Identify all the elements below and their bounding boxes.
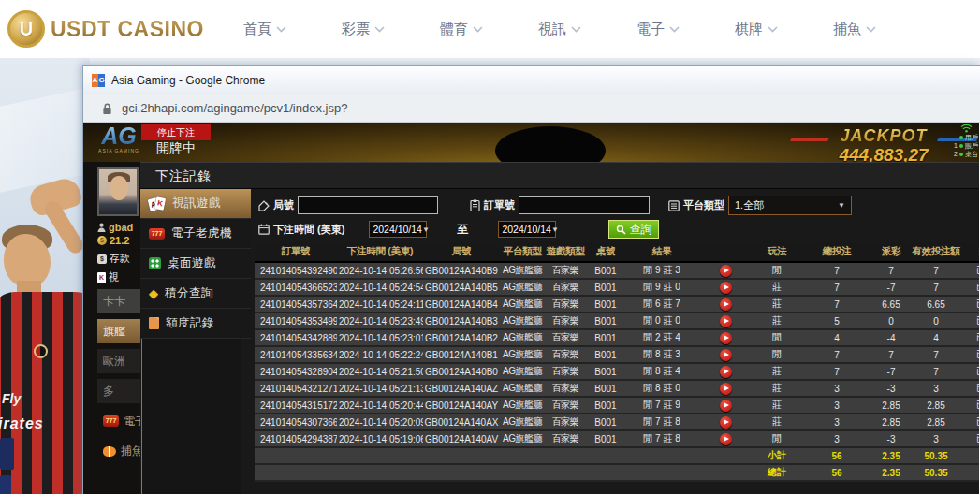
column-header: 派彩 xyxy=(872,242,910,262)
replay-button[interactable] xyxy=(720,416,732,429)
cell-round: GB00124A140AZ xyxy=(423,380,500,397)
cell-plat: AG旗艦廳 xyxy=(500,279,545,296)
cell-time: 2024-10-14 05:21:13 xyxy=(337,380,423,397)
side-row-label: 賬戶 xyxy=(965,141,978,150)
cell-game: 百家樂 xyxy=(545,262,586,279)
chevron-down-icon xyxy=(768,26,778,33)
replay-button[interactable] xyxy=(720,332,732,344)
records-main: 局號 訂單號 xyxy=(255,189,979,494)
bet-records-table: 訂單號下注時間 (美東)局號平台類型遊戲類型桌號結果玩法總投注派彩有效投注額狀態… xyxy=(255,242,979,482)
cell-round: GB00124A140AY xyxy=(423,397,500,414)
lobby-bar-4[interactable]: 多 xyxy=(97,379,141,403)
lobby-bar-1[interactable]: 卡卡 xyxy=(97,289,141,313)
cell-order: 241014054392490 xyxy=(255,262,337,279)
clipboard-icon xyxy=(470,199,480,211)
replay-button[interactable] xyxy=(720,298,732,311)
chrome-address-bar[interactable]: gci.2hhapi.com/agingame/pcv1/index.jsp? xyxy=(83,94,980,123)
cell-result: 閒 9 莊 3 xyxy=(625,262,698,279)
cell-status: 已結算 xyxy=(962,397,979,414)
cell-game: 百家樂 xyxy=(545,312,586,329)
coin-icon: $ xyxy=(97,236,107,245)
replay-button[interactable] xyxy=(720,400,732,412)
play-icon xyxy=(724,268,729,273)
lobby-bar-6[interactable]: 捕魚王 xyxy=(97,439,141,463)
dealing-status: 開牌中 xyxy=(141,140,211,157)
cell-bet: 4 xyxy=(801,329,872,346)
replay-button[interactable] xyxy=(720,315,732,327)
cell-result: 閒 0 莊 0 xyxy=(625,312,698,329)
cell-game xyxy=(545,464,586,481)
cell-table: B001 xyxy=(586,414,625,430)
playing-card-icon: K xyxy=(97,272,106,283)
cell-game: 百家樂 xyxy=(545,430,586,447)
cell-replay xyxy=(698,380,753,397)
chrome-window: AG Asia Gaming - Google Chrome gci.2hhap… xyxy=(82,65,980,494)
deposit-row[interactable]: $ 存款 xyxy=(97,252,130,266)
nav-item-3[interactable]: 體育 xyxy=(440,21,483,38)
date-from-picker[interactable]: 2024/10/14 ▼ xyxy=(369,221,427,238)
green-dot-icon xyxy=(959,136,963,139)
chrome-titlebar[interactable]: AG Asia Gaming - Google Chrome xyxy=(83,66,980,94)
cell-replay xyxy=(698,312,753,329)
ag-logo-text: AG xyxy=(95,124,142,148)
cell-bet: 7 xyxy=(801,346,872,363)
sidebar-item-video-games[interactable]: AK視訊遊戲 xyxy=(140,189,251,219)
cell-valid: 3 xyxy=(910,430,962,447)
replay-button[interactable] xyxy=(720,433,732,445)
slot-777-icon: 777 xyxy=(149,228,165,240)
sidebar-item-slots[interactable]: 777電子老虎機 xyxy=(140,219,251,249)
cell-result: 閒 8 莊 3 xyxy=(625,346,698,363)
lobby-bar-2[interactable]: 旗艦 xyxy=(97,319,141,343)
lobby-bar-3[interactable]: 歐洲 xyxy=(97,349,141,373)
nav-item-5[interactable]: 電子 xyxy=(636,21,680,38)
replay-button[interactable] xyxy=(720,349,732,361)
diamond-icon: ◆ xyxy=(149,287,158,299)
sidebar-item-points[interactable]: ◆積分查詢 xyxy=(140,279,251,309)
cell-game: 百家樂 xyxy=(545,346,586,363)
cell-play: 莊 xyxy=(753,279,801,296)
cell-game: 百家樂 xyxy=(545,279,586,296)
cell-result xyxy=(625,447,698,464)
site-logo[interactable]: U USDT CASINO xyxy=(7,10,204,48)
cell-plat: AG旗艦廳 xyxy=(500,380,545,397)
sidebar-item-label: 視訊遊戲 xyxy=(172,196,221,211)
cards-icon: AK xyxy=(149,196,166,211)
cell-table: B001 xyxy=(586,279,625,296)
nav-item-1[interactable]: 首頁 xyxy=(243,21,286,38)
date-from-value: 2024/10/14 xyxy=(373,224,422,235)
sidebar-item-table-games[interactable]: 桌面遊戲 xyxy=(140,249,251,279)
lobby-bar-5[interactable]: 777電子遊戲 xyxy=(97,409,141,433)
cell-order xyxy=(255,447,337,464)
sidebar-item-quota[interactable]: 額度記錄 xyxy=(140,309,251,339)
cell-payout: 0 xyxy=(872,312,910,329)
cell-result: 閒 7 莊 8 xyxy=(625,414,698,430)
cell-plat: AG旗艦廳 xyxy=(500,414,545,430)
nav-item-2[interactable]: 彩票 xyxy=(342,21,385,38)
cell-plat: AG旗艦廳 xyxy=(500,262,545,279)
replay-button[interactable] xyxy=(720,366,732,378)
cell-round: GB00124A140AX xyxy=(423,414,500,430)
cell-replay xyxy=(698,329,753,346)
replay-button[interactable] xyxy=(720,383,732,395)
nav-item-4[interactable]: 視訊 xyxy=(538,21,581,38)
replay-button[interactable] xyxy=(720,282,732,294)
chevron-down-icon xyxy=(866,26,876,33)
username-row: gbad xyxy=(97,222,133,233)
cell-table: B001 xyxy=(586,262,625,279)
nav-item-7[interactable]: 捕魚 xyxy=(833,21,876,38)
cell-play: 莊 xyxy=(753,296,801,312)
usdt-coin-icon: U xyxy=(7,10,45,48)
cell-bet: 7 xyxy=(801,262,872,279)
platform-select[interactable]: 1.全部 ▼ xyxy=(728,196,852,215)
round-input[interactable] xyxy=(298,196,438,214)
banner-side-row: 1賬戶 xyxy=(944,141,978,150)
nav-item-6[interactable]: 棋牌 xyxy=(735,21,778,38)
cell-time: 2024-10-14 05:22:24 xyxy=(337,346,423,363)
replay-button[interactable] xyxy=(720,265,732,277)
video-row[interactable]: K 視 xyxy=(97,270,119,284)
order-input[interactable] xyxy=(519,196,650,214)
search-button[interactable]: 查詢 xyxy=(608,220,659,239)
date-to-picker[interactable]: 2024/10/14 ▼ xyxy=(498,221,556,238)
cell-replay xyxy=(698,296,753,312)
calendar-icon xyxy=(258,224,270,235)
